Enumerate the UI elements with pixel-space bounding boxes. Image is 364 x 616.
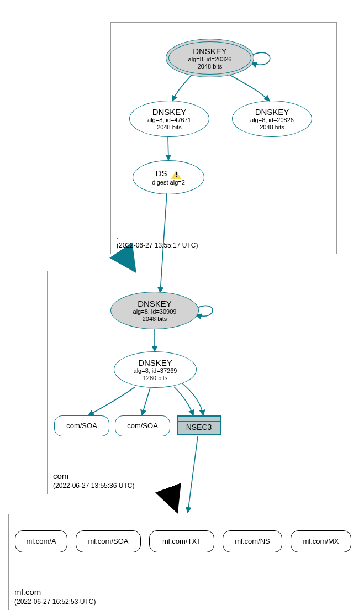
com-ksk-alg: alg=8, id=30909 xyxy=(133,308,177,315)
node-root-zsk1: DNSKEY alg=8, id=47671 2048 bits xyxy=(129,101,209,137)
com-zsk-alg: alg=8, id=37269 xyxy=(134,367,177,375)
ml-ns-label: ml.com/NS xyxy=(235,538,270,546)
ml-a-label: ml.com/A xyxy=(26,538,56,546)
zone-mlcom-ts: (2022-06-27 16:52:53 UTC) xyxy=(14,598,96,606)
root-ksk-alg: alg=8, id=20326 xyxy=(188,56,232,63)
node-ml-a: ml.com/A xyxy=(15,530,67,552)
zone-root-label: . (2022-06-27 13:55:17 UTC) xyxy=(117,231,198,249)
node-root-ds: DS digest alg=2 xyxy=(133,160,204,194)
node-com-ksk: DNSKEY alg=8, id=30909 2048 bits xyxy=(110,292,199,329)
com-zsk-bits: 1280 bits xyxy=(143,375,168,382)
node-com-zsk: DNSKEY alg=8, id=37269 1280 bits xyxy=(114,351,197,388)
zone-root-name: . xyxy=(117,231,198,240)
zone-com-name: com xyxy=(53,471,134,481)
root-ksk-bits: 2048 bits xyxy=(198,63,223,70)
node-root-zsk2: DNSKEY alg=8, id=20826 2048 bits xyxy=(232,101,312,137)
root-ksk-title: DNSKEY xyxy=(193,46,227,56)
com-zsk-title: DNSKEY xyxy=(138,358,172,367)
ml-mx-label: ml.com/MX xyxy=(303,538,339,546)
root-zsk2-bits: 2048 bits xyxy=(260,124,284,131)
com-soa1-label: com/SOA xyxy=(66,422,97,430)
ds-title-row: DS xyxy=(156,169,181,179)
root-zsk1-alg: alg=8, id=47671 xyxy=(147,117,191,124)
nsec3-label: NSEC3 xyxy=(186,423,212,431)
ml-soa-label: ml.com/SOA xyxy=(88,538,129,546)
node-root-ksk: DNSKEY alg=8, id=20326 2048 bits xyxy=(166,39,254,77)
node-com-soa1: com/SOA xyxy=(54,415,109,436)
dnssec-diagram: . (2022-06-27 13:55:17 UTC) com (2022-06… xyxy=(0,0,364,616)
root-zsk2-title: DNSKEY xyxy=(255,107,289,117)
zone-mlcom-label: ml.com (2022-06-27 16:52:53 UTC) xyxy=(14,587,96,606)
root-zsk1-title: DNSKEY xyxy=(152,107,187,117)
zone-com-ts: (2022-06-27 13:55:36 UTC) xyxy=(53,482,134,489)
node-nsec3: NSEC3 xyxy=(177,415,221,435)
zone-mlcom: ml.com (2022-06-27 16:52:53 UTC) xyxy=(8,514,356,610)
node-com-soa2: com/SOA xyxy=(115,415,170,436)
node-ml-soa: ml.com/SOA xyxy=(76,530,141,552)
ds-title: DS xyxy=(156,169,167,178)
com-soa2-label: com/SOA xyxy=(127,422,158,430)
zone-mlcom-name: ml.com xyxy=(14,587,96,597)
node-ml-mx: ml.com/MX xyxy=(291,530,351,552)
root-zsk1-bits: 2048 bits xyxy=(157,124,182,131)
com-ksk-bits: 2048 bits xyxy=(143,315,167,323)
zone-root-ts: (2022-06-27 13:55:17 UTC) xyxy=(117,241,198,249)
ml-txt-label: ml.com/TXT xyxy=(162,538,201,546)
warning-icon xyxy=(171,170,181,179)
node-ml-txt: ml.com/TXT xyxy=(149,530,214,552)
nsec3-mid-divider xyxy=(199,417,199,421)
zone-com-label: com (2022-06-27 13:55:36 UTC) xyxy=(53,471,134,489)
root-zsk2-alg: alg=8, id=20826 xyxy=(250,117,294,124)
com-ksk-title: DNSKEY xyxy=(138,299,172,308)
ds-alg: digest alg=2 xyxy=(152,179,185,186)
node-ml-ns: ml.com/NS xyxy=(223,530,282,552)
